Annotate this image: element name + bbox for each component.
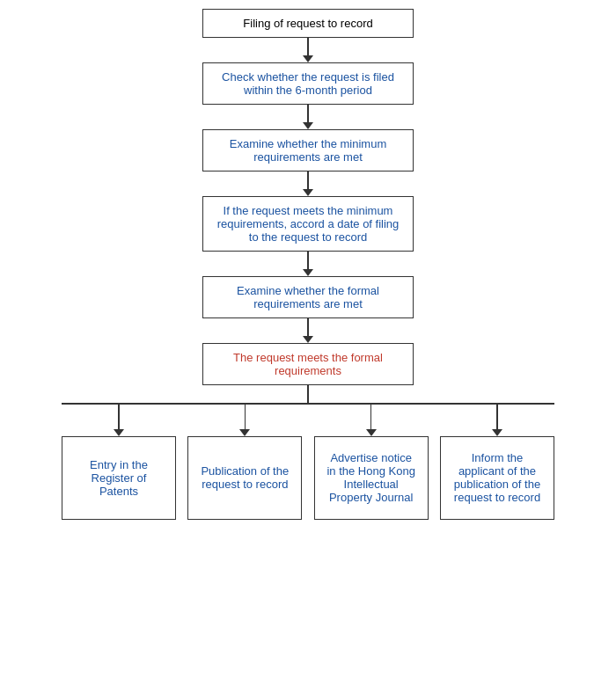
v-drop-2 [245,405,246,429]
arrow4 [303,252,313,276]
arrow5 [303,318,313,343]
bottom-box-col-1: Entry in the Register of Patents [62,436,176,520]
step6-label: The request meets the formal requirement… [233,351,383,377]
bottom-col-4 [440,405,554,436]
arrowhead-3 [366,429,377,436]
bottom-box-4: Inform the applicant of the publication … [440,436,554,520]
step2-label: Check whether the request is filed withi… [222,70,394,97]
step1-box: Filing of request to record [202,9,414,38]
bottom-box-3-label: Advertise notice in the Hong Kong Intell… [326,451,417,504]
bottom-box-1-label: Entry in the Register of Patents [73,458,165,498]
bottom-box-1: Entry in the Register of Patents [62,436,176,520]
step1-label: Filing of request to record [243,17,372,30]
arrowhead-2 [239,429,250,436]
bottom-box-col-2: Publication of the request to record [187,436,302,520]
arrow2 [303,105,313,129]
step2-box: Check whether the request is filed withi… [202,62,414,105]
bottom-col-1 [62,405,176,436]
bottom-box-4-label: Inform the applicant of the publication … [451,451,543,504]
arrow1 [303,38,313,62]
bottom-col-2 [187,405,302,436]
v-drop-3 [370,405,372,429]
bottom-box-3: Advertise notice in the Hong Kong Intell… [314,436,429,520]
arrowhead-4 [492,429,502,436]
step4-box: If the request meets the minimum require… [202,196,414,252]
flowchart: Filing of request to record Check whethe… [0,9,616,520]
spread-cols [62,405,554,436]
bottom-row: Entry in the Register of Patents Publica… [0,436,616,520]
step5-label: Examine whether the formal requirements … [237,284,379,310]
step6-box: The request meets the formal requirement… [202,343,414,385]
step5-box: Examine whether the formal requirements … [202,276,414,318]
bottom-box-col-3: Advertise notice in the Hong Kong Intell… [314,436,429,520]
v-drop-1 [118,405,120,429]
bottom-box-2: Publication of the request to record [187,436,302,520]
step3-box: Examine whether the minimum requirements… [202,129,414,172]
bottom-box-col-4: Inform the applicant of the publication … [440,436,554,520]
step3-label: Examine whether the minimum requirements… [230,137,386,164]
bottom-col-3 [314,405,429,436]
arrowhead-1 [114,429,124,436]
step4-label: If the request meets the minimum require… [217,204,400,244]
bottom-box-2-label: Publication of the request to record [199,464,290,491]
v-drop-4 [496,405,498,429]
arrow3 [303,172,313,196]
